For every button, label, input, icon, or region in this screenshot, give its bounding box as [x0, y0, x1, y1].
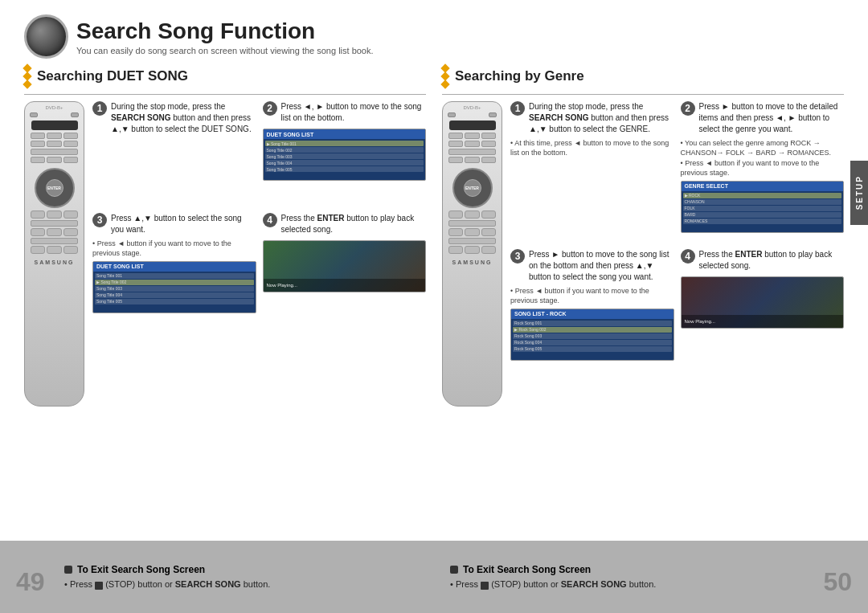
genre-step4-header: 4 Press the ENTER button to play back se…	[681, 249, 845, 272]
genre-step3: 3 Press ► button to move to the song lis…	[510, 249, 674, 373]
remote-dvd-label: DVD-B+	[45, 105, 63, 110]
genre-step-num-2: 2	[681, 101, 695, 116]
duet-step3-text: Press ▲,▼ button to select the song you …	[111, 213, 256, 235]
rb-wide	[31, 149, 79, 155]
remote-dpad: ENTER	[35, 168, 75, 208]
gbullet-3	[440, 80, 449, 88]
genre-step-num-4: 4	[681, 249, 695, 264]
enter-label-right: ENTER	[465, 186, 479, 190]
bottom-left-section: To Exit Search Song Screen • Press (STOP…	[64, 564, 418, 589]
bottom-left-title: To Exit Search Song Screen	[64, 564, 205, 575]
duet-step1-header: 1 During the stop mode, press the SEARCH…	[92, 101, 256, 135]
duet-screen2: DUET SONG LIST Song Title 001 ▶ Song Tit…	[92, 261, 256, 313]
genre-step1-text: During the stop mode, press the SEARCH S…	[529, 101, 674, 135]
bottom-strip: To Exit Search Song Screen • Press (STOP…	[0, 541, 868, 613]
rb5	[47, 141, 62, 147]
page-title: Search Song Function	[76, 18, 374, 44]
rbb7	[31, 246, 46, 254]
rrb9	[481, 157, 497, 163]
rrb2	[465, 133, 480, 139]
bottom-right-section: To Exit Search Song Screen • Press (STOP…	[450, 564, 804, 589]
genre-divider	[442, 94, 844, 95]
genre-step2: 2 Press ► button to move to the detailed…	[681, 101, 845, 245]
rrbb6	[481, 228, 497, 236]
rrbb9	[481, 246, 497, 254]
main-content: Search Song Function You can easily do s…	[0, 0, 868, 541]
step-num-1: 1	[92, 101, 107, 116]
rbb2	[47, 210, 62, 219]
rrb4	[448, 141, 464, 147]
remote-right-brand: SAMSUNG	[452, 260, 493, 265]
genre-step3-text: Press ► button to move to the song list …	[529, 249, 674, 283]
genre-bullets	[442, 65, 448, 88]
rrbb2	[465, 210, 480, 219]
duet-step4-header: 4 Press the ENTER button to play back se…	[263, 213, 427, 235]
genre-step3-header: 3 Press ► button to move to the song lis…	[510, 249, 674, 283]
genre-step1: 1 During the stop mode, press the SEARCH…	[510, 101, 674, 245]
rbb3	[63, 210, 79, 219]
rrbb1	[448, 210, 464, 219]
rrb1	[448, 133, 464, 139]
rb4	[31, 141, 46, 147]
remote-brand: SAMSUNG	[35, 260, 75, 265]
remote-right-dpad: ENTER	[452, 168, 493, 208]
duet-screen1: DUET SONG LIST ▶ Song Title 001 Song Tit…	[263, 129, 427, 181]
genre-step2-note2: Press ◄ button if you want to move to th…	[681, 159, 845, 178]
setup-tab: SETUP	[850, 161, 868, 225]
genre-content: DVD-B+	[442, 101, 844, 407]
duet-step3-note: Press ◄ button if you want to move to th…	[92, 239, 256, 258]
rbb-wide2	[31, 238, 79, 244]
genre-step2-header: 2 Press ► button to move to the detailed…	[681, 101, 845, 135]
bottom-left-title-text: To Exit Search Song Screen	[77, 564, 205, 575]
duet-bullets	[24, 65, 31, 88]
rb9	[63, 157, 79, 163]
remote-right-btn-tr	[489, 112, 497, 117]
bottom-right-title-text: To Exit Search Song Screen	[463, 564, 591, 575]
genre-screen2: SONG LIST - ROCK Rock Song 001 ▶ Rock So…	[510, 309, 674, 361]
remote-btn-grid-1	[31, 133, 79, 163]
section-duet: Searching DUET SONG DVD-B+	[24, 65, 426, 407]
bottom-right-title: To Exit Search Song Screen	[450, 564, 591, 575]
genre-step1-header: 1 During the stop mode, press the SEARCH…	[510, 101, 674, 135]
section-genre: Searching by Genre DVD-B+	[442, 65, 844, 407]
rrb7	[448, 157, 464, 163]
genre-step3-note: Press ◄ button if you want to move to th…	[510, 287, 674, 305]
rrbb5	[465, 228, 480, 236]
rb8	[47, 157, 62, 163]
stop-icon-left	[64, 566, 72, 574]
duet-title: Searching DUET SONG	[37, 68, 188, 84]
step-num-4: 4	[263, 213, 277, 227]
genre-step2-text: Press ► button to move to the detailed i…	[699, 101, 845, 135]
rbb8	[47, 246, 62, 254]
rb7	[31, 157, 46, 163]
rrbb-wide2	[448, 238, 497, 244]
duet-step2-text: Press ◄, ► button to move to the song li…	[281, 101, 427, 124]
page-subtitle: You can easily do song search on screen …	[76, 46, 374, 55]
remote-right-btn-tl	[448, 112, 456, 117]
remote-left: DVD-B+	[24, 101, 84, 407]
bullet-3	[23, 80, 31, 88]
rrb6	[481, 141, 497, 147]
duet-step2-header: 2 Press ◄, ► button to move to the song …	[263, 101, 427, 124]
rrb-wide	[448, 149, 497, 155]
rrbb-wide	[448, 220, 497, 227]
remote-btn-tr	[71, 112, 79, 117]
enter-label: ENTER	[47, 186, 61, 190]
genre-step1-note: At this time, press ◄ button to move to …	[510, 139, 674, 157]
duet-content: DVD-B+	[24, 101, 426, 407]
genre-heading: Searching by Genre	[442, 65, 844, 88]
duet-step4: 4 Press the ENTER button to play back se…	[263, 213, 427, 341]
remote-right-screen	[449, 121, 496, 130]
duet-divider	[24, 94, 426, 95]
remote-right-enter: ENTER	[464, 179, 481, 197]
remote-top-row	[27, 111, 81, 119]
duet-photo: Now Playing...	[263, 240, 427, 292]
rrb8	[465, 157, 480, 163]
remote-btn-tl	[30, 112, 38, 117]
remote-right-dvd: DVD-B+	[463, 105, 481, 110]
rrbb7	[448, 246, 464, 254]
genre-step4-text: Press the ENTER button to play back sele…	[699, 249, 845, 272]
rb2	[47, 133, 62, 139]
rbb6	[63, 228, 79, 236]
remote-right-bottom	[448, 210, 497, 254]
